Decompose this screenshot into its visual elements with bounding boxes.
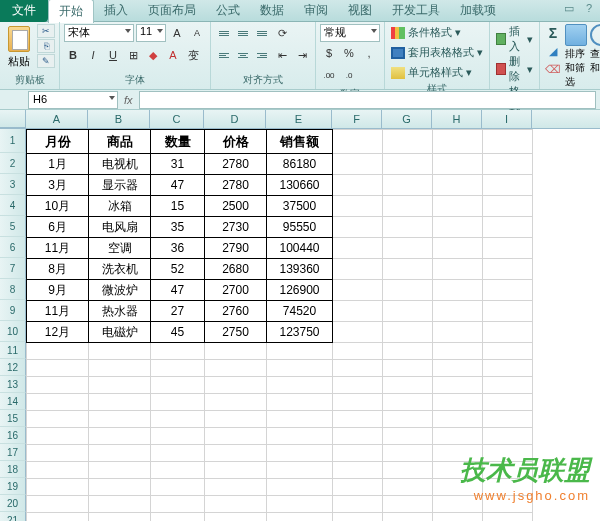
row-header[interactable]: 14 <box>0 393 26 410</box>
name-box[interactable]: H6 <box>28 91 118 109</box>
fill-color-button[interactable]: ◆ <box>144 46 162 64</box>
data-cell[interactable]: 2680 <box>205 259 267 280</box>
data-cell[interactable]: 37500 <box>267 196 333 217</box>
tab-formulas[interactable]: 公式 <box>206 0 250 22</box>
th-qty[interactable]: 数量 <box>151 130 205 154</box>
col-header-c[interactable]: C <box>150 110 204 128</box>
help-icon[interactable]: ? <box>586 2 592 15</box>
align-top-button[interactable] <box>215 26 233 40</box>
row-header[interactable]: 4 <box>0 195 26 216</box>
tab-view[interactable]: 视图 <box>338 0 382 22</box>
data-cell[interactable]: 2760 <box>205 301 267 322</box>
col-header-b[interactable]: B <box>88 110 150 128</box>
format-table-button[interactable]: 套用表格格式 ▾ <box>389 44 485 61</box>
data-cell[interactable]: 47 <box>151 175 205 196</box>
paste-button[interactable]: 粘贴 <box>4 24 34 71</box>
tab-home[interactable]: 开始 <box>48 0 94 23</box>
data-cell[interactable]: 27 <box>151 301 205 322</box>
phonetic-button[interactable]: 变 <box>184 46 202 64</box>
number-format-select[interactable]: 常规 <box>320 24 380 42</box>
row-header[interactable]: 2 <box>0 153 26 174</box>
row-header[interactable]: 1 <box>0 129 26 153</box>
data-cell[interactable]: 6月 <box>27 217 89 238</box>
row-header[interactable]: 21 <box>0 512 26 521</box>
decrease-decimal-button[interactable]: .0 <box>340 66 358 84</box>
th-month[interactable]: 月份 <box>27 130 89 154</box>
align-middle-button[interactable] <box>234 26 252 40</box>
data-cell[interactable]: 2730 <box>205 217 267 238</box>
copy-button[interactable]: ⎘ <box>37 39 55 53</box>
tab-addins[interactable]: 加载项 <box>450 0 506 22</box>
underline-button[interactable]: U <box>104 46 122 64</box>
row-header[interactable]: 10 <box>0 321 26 342</box>
data-cell[interactable]: 9月 <box>27 280 89 301</box>
decrease-font-button[interactable]: A <box>188 24 206 42</box>
data-cell[interactable]: 35 <box>151 217 205 238</box>
data-cell[interactable]: 86180 <box>267 154 333 175</box>
conditional-format-button[interactable]: 条件格式 ▾ <box>389 24 463 41</box>
increase-font-button[interactable]: A <box>168 24 186 42</box>
data-cell[interactable]: 热水器 <box>89 301 151 322</box>
data-cell[interactable]: 74520 <box>267 301 333 322</box>
data-cell[interactable]: 95550 <box>267 217 333 238</box>
border-button[interactable]: ⊞ <box>124 46 142 64</box>
data-cell[interactable]: 1月 <box>27 154 89 175</box>
comma-button[interactable]: , <box>360 44 378 62</box>
row-header[interactable]: 8 <box>0 279 26 300</box>
data-cell[interactable]: 洗衣机 <box>89 259 151 280</box>
format-painter-button[interactable]: ✎ <box>37 54 55 68</box>
font-name-select[interactable]: 宋体 <box>64 24 134 42</box>
cut-button[interactable]: ✂ <box>37 24 55 38</box>
row-header[interactable]: 16 <box>0 427 26 444</box>
th-sales[interactable]: 销售额 <box>267 130 333 154</box>
find-select-button[interactable]: 查找和 <box>590 24 600 75</box>
align-right-button[interactable] <box>253 48 271 62</box>
font-color-button[interactable]: A <box>164 46 182 64</box>
data-cell[interactable]: 10月 <box>27 196 89 217</box>
data-cell[interactable]: 12月 <box>27 322 89 343</box>
align-bottom-button[interactable] <box>253 26 271 40</box>
data-cell[interactable]: 15 <box>151 196 205 217</box>
col-header-f[interactable]: F <box>332 110 382 128</box>
data-cell[interactable]: 52 <box>151 259 205 280</box>
row-header[interactable]: 6 <box>0 237 26 258</box>
data-cell[interactable]: 微波炉 <box>89 280 151 301</box>
row-header[interactable]: 17 <box>0 444 26 461</box>
row-header[interactable]: 18 <box>0 461 26 478</box>
th-price[interactable]: 价格 <box>205 130 267 154</box>
col-header-h[interactable]: H <box>432 110 482 128</box>
col-header-a[interactable]: A <box>26 110 88 128</box>
tab-developer[interactable]: 开发工具 <box>382 0 450 22</box>
col-header-e[interactable]: E <box>266 110 332 128</box>
data-cell[interactable]: 47 <box>151 280 205 301</box>
row-header[interactable]: 5 <box>0 216 26 237</box>
col-header-d[interactable]: D <box>204 110 266 128</box>
data-cell[interactable]: 2500 <box>205 196 267 217</box>
data-cell[interactable]: 11月 <box>27 238 89 259</box>
tab-data[interactable]: 数据 <box>250 0 294 22</box>
data-cell[interactable]: 显示器 <box>89 175 151 196</box>
col-header-g[interactable]: G <box>382 110 432 128</box>
font-size-select[interactable]: 11 <box>136 24 166 42</box>
fill-button[interactable]: ◢ <box>544 42 562 60</box>
sort-filter-button[interactable]: 排序和筛选 <box>565 24 587 89</box>
formula-bar[interactable] <box>139 91 596 109</box>
row-header[interactable]: 15 <box>0 410 26 427</box>
indent-increase-button[interactable]: ⇥ <box>293 46 311 64</box>
data-cell[interactable]: 电磁炉 <box>89 322 151 343</box>
cells-area[interactable]: 月份 商品 数量 价格 销售额 1月电视机312780861803月显示器472… <box>26 129 533 521</box>
tab-layout[interactable]: 页面布局 <box>138 0 206 22</box>
data-cell[interactable]: 2790 <box>205 238 267 259</box>
row-header[interactable]: 19 <box>0 478 26 495</box>
delete-cells-button[interactable]: 删除 ▾ <box>494 54 535 84</box>
row-header[interactable]: 13 <box>0 376 26 393</box>
tab-review[interactable]: 审阅 <box>294 0 338 22</box>
cell-styles-button[interactable]: 单元格样式 ▾ <box>389 64 474 81</box>
minimize-icon[interactable]: ▭ <box>564 2 574 15</box>
bold-button[interactable]: B <box>64 46 82 64</box>
increase-decimal-button[interactable]: .00 <box>320 66 338 84</box>
data-cell[interactable]: 冰箱 <box>89 196 151 217</box>
data-cell[interactable]: 2780 <box>205 154 267 175</box>
insert-cells-button[interactable]: 插入 ▾ <box>494 24 535 54</box>
data-cell[interactable]: 100440 <box>267 238 333 259</box>
